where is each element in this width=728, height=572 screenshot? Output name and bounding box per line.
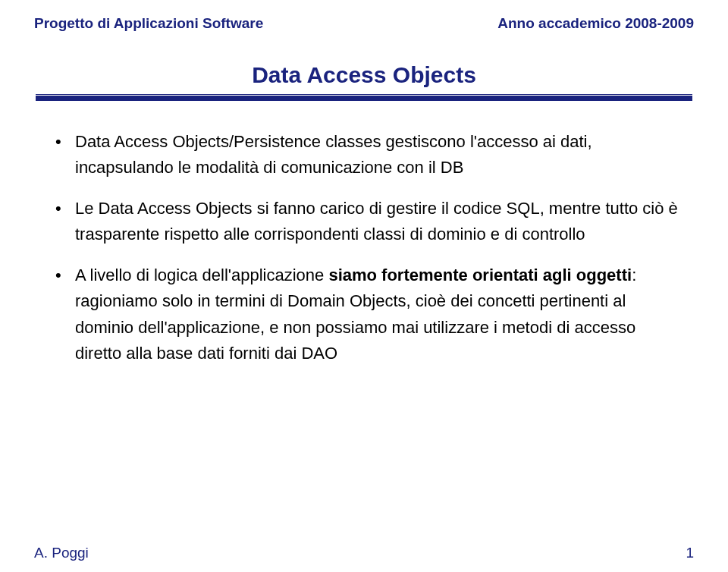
bullet-list: Data Access Objects/Persistence classes … — [55, 129, 686, 366]
bullet-item: Data Access Objects/Persistence classes … — [55, 129, 686, 181]
header-right: Anno accademico 2008-2009 — [497, 15, 694, 32]
bullet-item: Le Data Access Objects si fanno carico d… — [55, 196, 686, 247]
header-left: Progetto di Applicazioni Software — [34, 15, 263, 32]
bullet-item: A livello di logica dell'applicazione si… — [55, 262, 686, 366]
slide-title: Data Access Objects — [252, 62, 476, 87]
bullet-text: A livello di logica dell'applicazione — [75, 266, 328, 284]
slide-page: Progetto di Applicazioni Software Anno a… — [0, 0, 728, 366]
bullet-text: Data Access Objects/Persistence classes … — [75, 132, 592, 177]
bullet-text: siamo fortemente orientati agli oggetti — [328, 266, 632, 284]
footer-right: 1 — [686, 545, 694, 561]
title-underline — [36, 94, 692, 103]
title-wrap: Data Access Objects — [34, 62, 694, 88]
slide-footer: A. Poggi 1 — [34, 545, 694, 561]
bullet-text: Le Data Access Objects si fanno carico d… — [75, 199, 678, 244]
footer-left: A. Poggi — [34, 545, 89, 561]
slide-header: Progetto di Applicazioni Software Anno a… — [34, 15, 694, 32]
